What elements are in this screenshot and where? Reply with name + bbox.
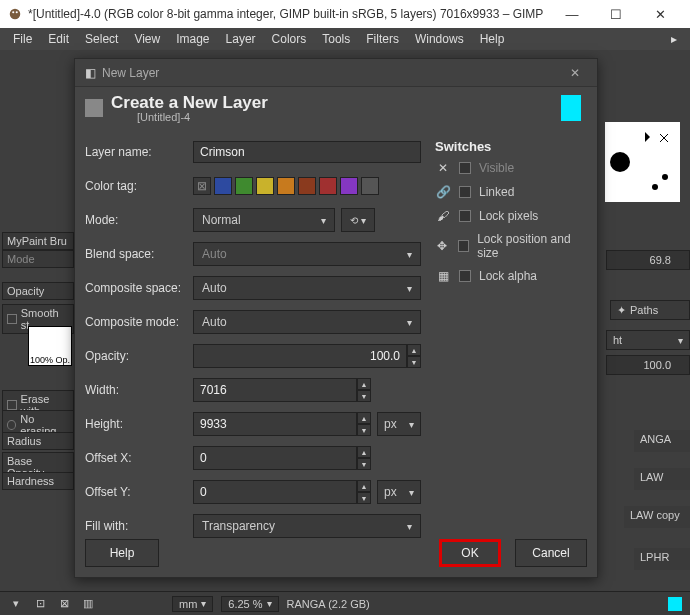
new-layer-dialog: ◧ New Layer ✕ Create a New Layer [Untitl… (74, 58, 598, 578)
close-window-button[interactable]: ✕ (638, 0, 682, 28)
composite-space-label: Composite space: (85, 281, 193, 295)
dialog-close-button[interactable]: ✕ (563, 66, 587, 80)
dialog-app-icon: ◧ (85, 66, 96, 80)
alpha-icon: ▦ (435, 268, 451, 284)
opacity-input[interactable]: ▲▼ (193, 344, 421, 368)
brush-icon: 🖌 (435, 208, 451, 224)
switch-linked[interactable]: 🔗 Linked (435, 184, 587, 200)
fill-with-label: Fill with: (85, 519, 193, 533)
brush-thumbnail (605, 122, 680, 202)
color-tag-none[interactable]: ⊠ (193, 177, 211, 195)
color-tag-violet[interactable] (340, 177, 358, 195)
lock-position-checkbox[interactable] (458, 240, 469, 252)
layer-item-1[interactable]: LAW (634, 468, 690, 490)
opacity-label: Opacity (2, 282, 74, 300)
statusbar: ▾ ⊡ ⊠ ▥ mm▾ 6.25 %▾ RANGA (2.2 GB) (0, 591, 690, 615)
offset-x-label: Offset X: (85, 451, 193, 465)
dialog-caption: New Layer (102, 66, 563, 80)
status-icon-4[interactable]: ▥ (80, 597, 96, 610)
layer-item-0[interactable]: ANGA (634, 430, 690, 452)
layer-name-label: Layer name: (85, 145, 193, 159)
opacity-up[interactable]: ▲ (407, 344, 421, 356)
color-tag-yellow[interactable] (256, 177, 274, 195)
menu-overflow-icon[interactable]: ▸ (664, 30, 684, 48)
mode-reset-button[interactable]: ⟲▾ (341, 208, 375, 232)
menu-filters[interactable]: Filters (359, 30, 406, 48)
color-tag-red[interactable] (319, 177, 337, 195)
ok-button[interactable]: OK (439, 539, 501, 567)
offset-unit-select[interactable]: px▾ (377, 480, 421, 504)
color-tag-blue[interactable] (214, 177, 232, 195)
linked-checkbox[interactable] (459, 186, 471, 198)
move-icon: ✥ (435, 238, 450, 254)
composite-mode-select[interactable]: Auto▾ (193, 310, 421, 334)
layer-item-2[interactable]: LAW copy (624, 506, 690, 528)
right-pct[interactable]: 100.0 (606, 355, 690, 375)
right-mode-dropdown[interactable]: ht▾ (606, 330, 690, 350)
fill-with-select[interactable]: Transparency▾ (193, 514, 421, 538)
layer-item-3[interactable]: LPHR (634, 548, 690, 570)
zoom-select[interactable]: 6.25 %▾ (221, 596, 278, 612)
help-button[interactable]: Help (85, 539, 159, 567)
blend-space-select: Auto▾ (193, 242, 421, 266)
switch-lock-pixels[interactable]: 🖌 Lock pixels (435, 208, 587, 224)
menu-image[interactable]: Image (169, 30, 216, 48)
status-icon-1[interactable]: ▾ (8, 597, 24, 610)
offset-y-label: Offset Y: (85, 485, 193, 499)
composite-space-select[interactable]: Auto▾ (193, 276, 421, 300)
status-icon-2[interactable]: ⊡ (32, 597, 48, 610)
mode-label: Mode: (85, 213, 193, 227)
lock-alpha-checkbox[interactable] (459, 270, 471, 282)
link-icon: 🔗 (435, 184, 451, 200)
menu-edit[interactable]: Edit (41, 30, 76, 48)
menu-select[interactable]: Select (78, 30, 125, 48)
menu-layer[interactable]: Layer (219, 30, 263, 48)
status-icon-3[interactable]: ⊠ (56, 597, 72, 610)
color-tag-orange[interactable] (277, 177, 295, 195)
color-tag-gray[interactable] (361, 177, 379, 195)
lock-pixels-checkbox[interactable] (459, 210, 471, 222)
color-swatch[interactable] (561, 95, 581, 121)
visible-checkbox[interactable] (459, 162, 471, 174)
cancel-button[interactable]: Cancel (515, 539, 587, 567)
height-input[interactable]: ▲▼ (193, 412, 371, 436)
svg-point-0 (10, 9, 21, 20)
right-spin-value[interactable]: 69.8 (606, 250, 690, 270)
ruler-unit-select[interactable]: mm▾ (172, 596, 213, 612)
menu-file[interactable]: File (6, 30, 39, 48)
status-color-swatch[interactable] (668, 597, 682, 611)
offset-y-input[interactable]: ▲▼ (193, 480, 371, 504)
layer-name-input[interactable] (193, 141, 421, 163)
offset-x-input[interactable]: ▲▼ (193, 446, 371, 470)
menu-tools[interactable]: Tools (315, 30, 357, 48)
width-input[interactable]: ▲▼ (193, 378, 371, 402)
size-unit-select[interactable]: px▾ (377, 412, 421, 436)
brush-preview[interactable]: 100% Op. (28, 326, 72, 366)
composite-mode-label: Composite mode: (85, 315, 193, 329)
mode-select[interactable]: Normal▾ (193, 208, 335, 232)
switch-lock-alpha[interactable]: ▦ Lock alpha (435, 268, 587, 284)
opacity-down[interactable]: ▼ (407, 356, 421, 368)
mode-header: Mode (2, 250, 74, 268)
switch-visible[interactable]: ✕ Visible (435, 160, 587, 176)
minimize-button[interactable]: — (550, 0, 594, 28)
color-tag-brown[interactable] (298, 177, 316, 195)
switch-lock-position[interactable]: ✥ Lock position and size (435, 232, 587, 260)
status-info: RANGA (2.2 GB) (287, 598, 370, 610)
menubar: File Edit Select View Image Layer Colors… (0, 28, 690, 50)
color-tag-label: Color tag: (85, 179, 193, 193)
color-tag-green[interactable] (235, 177, 253, 195)
menu-colors[interactable]: Colors (265, 30, 314, 48)
paths-tab[interactable]: ✦Paths (610, 300, 690, 320)
color-tag-picker: ⊠ (193, 177, 421, 195)
menu-help[interactable]: Help (473, 30, 512, 48)
maximize-button[interactable]: ☐ (594, 0, 638, 28)
mypaint-brush-header[interactable]: MyPaint Bru (2, 232, 74, 250)
x-icon: ✕ (435, 160, 451, 176)
svg-point-1 (12, 11, 14, 13)
svg-point-2 (16, 11, 18, 13)
blend-space-label: Blend space: (85, 247, 193, 261)
menu-view[interactable]: View (127, 30, 167, 48)
menu-windows[interactable]: Windows (408, 30, 471, 48)
svg-point-4 (662, 174, 668, 180)
